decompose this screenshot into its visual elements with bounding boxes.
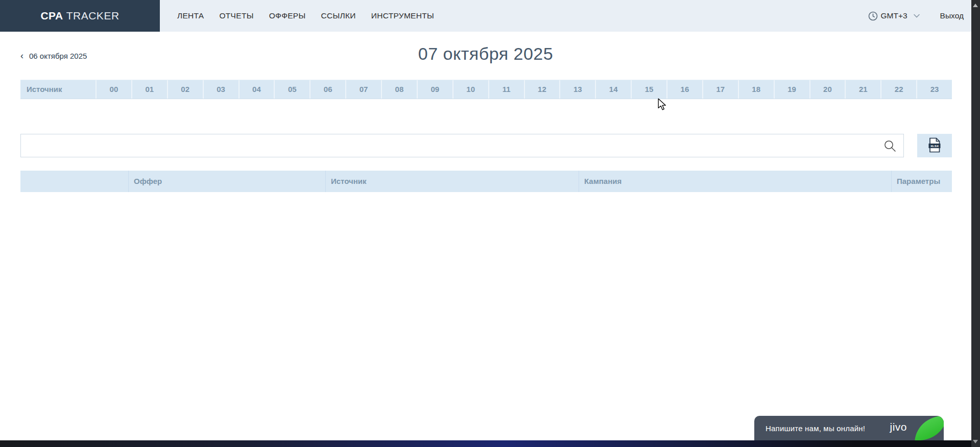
chat-message: Напишите нам, мы онлайн! (766, 424, 865, 433)
app-logo[interactable]: CPA TRACKER (0, 0, 160, 32)
hour-column-header-03: 03 (203, 80, 238, 99)
page-title: 07 октября 2025 (0, 44, 971, 64)
results-column-header-1: Оффер (128, 171, 325, 192)
hour-column-header-23: 23 (916, 80, 952, 99)
nav-item-2[interactable]: ОФФЕРЫ (269, 11, 306, 20)
hour-column-header-15: 15 (631, 80, 666, 99)
search-box (20, 134, 904, 157)
hour-column-header-01: 01 (131, 80, 167, 99)
hour-column-header-04: 04 (238, 80, 274, 99)
hour-column-header-14: 14 (595, 80, 631, 99)
results-table-header: ОфферИсточникКампанияПараметры (20, 171, 952, 192)
app-logo-bold: CPA (40, 10, 63, 22)
nav-item-1[interactable]: ОТЧЕТЫ (220, 11, 254, 20)
app-logo-rest: TRACKER (66, 10, 119, 22)
hour-column-header-17: 17 (702, 80, 738, 99)
results-column-header-3: Кампания (579, 171, 891, 192)
hour-column-header-16: 16 (666, 80, 702, 99)
results-column-header-4: Параметры (891, 171, 952, 192)
hour-column-header-13: 13 (559, 80, 595, 99)
logout-link[interactable]: Выход (940, 11, 964, 20)
results-column-header-2: Источник (325, 171, 579, 192)
xlsx-file-icon: XLSX (928, 137, 941, 154)
hour-column-header-05: 05 (274, 80, 309, 99)
hour-column-header-12: 12 (524, 80, 560, 99)
hours-source-header: Источник (20, 80, 95, 99)
hours-header-row: Источник 0001020304050607080910111213141… (20, 80, 952, 99)
mouse-cursor (657, 98, 668, 112)
main-nav: ЛЕНТАОТЧЕТЫОФФЕРЫССЫЛКИИНСТРУМЕНТЫ (177, 11, 434, 20)
search-input[interactable] (21, 134, 903, 157)
vertical-scrollbar[interactable] (971, 0, 980, 447)
clock-icon (868, 11, 878, 21)
xlsx-label: XLSX (930, 144, 939, 147)
scroll-down-arrow-icon[interactable] (973, 440, 978, 443)
timezone-selector[interactable]: GMT+3 (868, 11, 920, 21)
nav-item-4[interactable]: ИНСТРУМЕНТЫ (371, 11, 434, 20)
hour-column-header-19: 19 (774, 80, 809, 99)
results-column-header-0 (20, 171, 128, 192)
hour-column-header-22: 22 (880, 80, 916, 99)
top-bar: CPA TRACKER ЛЕНТАОТЧЕТЫОФФЕРЫССЫЛКИИНСТР… (0, 0, 980, 32)
nav-item-3[interactable]: ССЫЛКИ (321, 11, 356, 20)
hour-columns: 0001020304050607080910111213141516171819… (95, 80, 952, 99)
chevron-down-icon (914, 14, 920, 18)
chat-widget[interactable]: Напишите нам, мы онлайн! jivo (754, 416, 944, 440)
hour-column-header-21: 21 (845, 80, 880, 99)
jivo-leaf-icon (915, 416, 944, 440)
bottom-edge-strip (0, 440, 971, 447)
hour-column-header-20: 20 (809, 80, 845, 99)
topbar-right: GMT+3 Выход (868, 11, 964, 21)
hour-column-header-08: 08 (381, 80, 417, 99)
hour-column-header-18: 18 (738, 80, 774, 99)
scroll-up-arrow-icon[interactable] (973, 4, 978, 7)
timezone-value: GMT+3 (881, 11, 907, 20)
search-icon[interactable] (883, 139, 897, 155)
hour-column-header-09: 09 (417, 80, 452, 99)
hour-column-header-06: 06 (309, 80, 345, 99)
hour-column-header-00: 00 (95, 80, 131, 99)
nav-item-0[interactable]: ЛЕНТА (177, 11, 204, 20)
hour-column-header-11: 11 (488, 80, 524, 99)
hour-column-header-10: 10 (452, 80, 488, 99)
hour-column-header-07: 07 (345, 80, 381, 99)
export-xlsx-button[interactable]: XLSX (917, 134, 952, 157)
hour-column-header-02: 02 (167, 80, 203, 99)
jivo-logo: jivo (890, 421, 907, 433)
